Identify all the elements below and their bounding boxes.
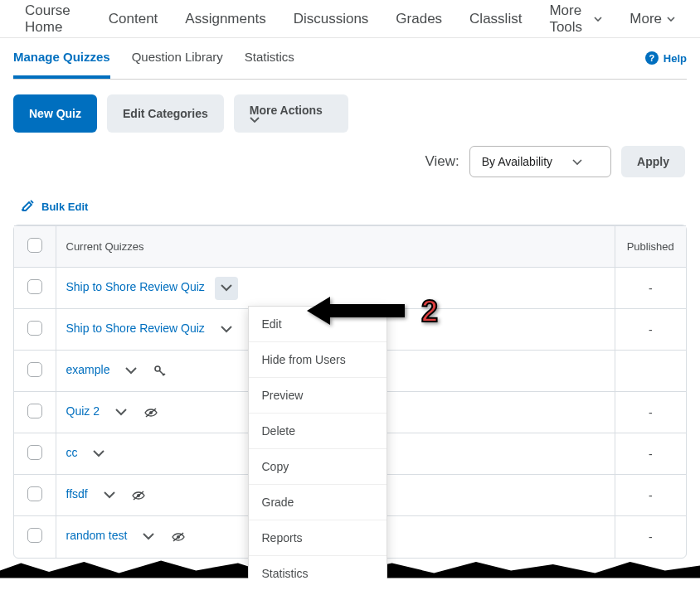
- apply-button[interactable]: Apply: [621, 146, 685, 177]
- row-checkbox[interactable]: [27, 528, 42, 543]
- tab-question-library[interactable]: Question Library: [132, 50, 223, 79]
- bulk-edit-link[interactable]: Bulk Edit: [0, 191, 109, 225]
- row-actions-toggle[interactable]: [87, 443, 110, 466]
- table-row: Ship to Shore Review Quiz Edit Hide from…: [14, 268, 686, 309]
- quiz-table: Current Quizzes Published Ship to Shore …: [13, 225, 687, 559]
- eye-slash-icon: [132, 491, 145, 501]
- action-row: New Quiz Edit Categories More Actions: [0, 80, 700, 141]
- nav-more-tools[interactable]: More Tools: [537, 0, 614, 37]
- menu-delete[interactable]: Delete: [249, 414, 386, 449]
- new-quiz-button[interactable]: New Quiz: [13, 94, 97, 133]
- row-checkbox[interactable]: [27, 404, 42, 418]
- chevron-down-icon: [572, 155, 582, 168]
- help-link[interactable]: ? Help: [645, 50, 687, 65]
- nav-course-home[interactable]: Course Home: [13, 0, 93, 37]
- quiz-link[interactable]: Quiz 2: [66, 404, 100, 418]
- row-actions-toggle[interactable]: [109, 401, 133, 424]
- nav-grades[interactable]: Grades: [384, 0, 454, 37]
- column-header-published: Published: [615, 226, 686, 268]
- quiz-link[interactable]: random test: [66, 529, 128, 542]
- chevron-down-icon: [667, 17, 675, 22]
- nav-discussions[interactable]: Discussions: [282, 0, 381, 37]
- row-actions-toggle[interactable]: [98, 484, 121, 507]
- help-icon: ?: [645, 51, 659, 65]
- menu-hide-from-users[interactable]: Hide from Users: [249, 342, 386, 378]
- view-select[interactable]: By Availability: [469, 146, 611, 177]
- view-label: View:: [425, 153, 459, 170]
- edit-categories-button[interactable]: Edit Categories: [107, 94, 224, 133]
- tab-manage-quizzes[interactable]: Manage Quizzes: [13, 50, 110, 79]
- published-cell: -: [615, 268, 686, 309]
- column-header-name: Current Quizzes: [56, 226, 615, 268]
- menu-reports[interactable]: Reports: [249, 520, 386, 556]
- quiz-link[interactable]: Ship to Shore Review Quiz: [66, 322, 205, 335]
- tab-statistics[interactable]: Statistics: [245, 50, 294, 79]
- row-actions-toggle[interactable]: [215, 277, 238, 300]
- chevron-down-icon: [594, 17, 602, 22]
- view-row: View: By Availability Apply: [0, 141, 700, 191]
- row-actions-toggle[interactable]: [119, 360, 143, 383]
- published-cell: -: [615, 433, 686, 475]
- published-cell: -: [615, 516, 686, 558]
- select-all-checkbox[interactable]: [27, 238, 42, 253]
- published-cell: -: [615, 309, 686, 351]
- published-cell: [615, 351, 686, 392]
- sub-nav: Manage Quizzes Question Library Statisti…: [13, 50, 294, 79]
- nav-assignments[interactable]: Assignments: [173, 0, 277, 37]
- published-cell: -: [615, 392, 686, 433]
- row-checkbox[interactable]: [27, 362, 42, 377]
- more-actions-button[interactable]: More Actions: [234, 94, 348, 133]
- menu-statistics[interactable]: Statistics: [249, 556, 386, 578]
- nav-more[interactable]: More: [618, 0, 687, 37]
- pencil-icon: [22, 199, 35, 215]
- eye-slash-icon: [172, 532, 185, 542]
- menu-edit[interactable]: Edit: [249, 307, 386, 342]
- row-actions-menu: Edit Hide from Users Preview Delete Copy…: [248, 306, 387, 578]
- nav-classlist[interactable]: Classlist: [458, 0, 533, 37]
- chevron-down-icon: [250, 117, 333, 123]
- quiz-link[interactable]: Ship to Shore Review Quiz: [66, 280, 205, 293]
- key-icon: [154, 365, 166, 377]
- row-actions-toggle[interactable]: [215, 318, 238, 341]
- nav-content[interactable]: Content: [97, 0, 170, 37]
- row-checkbox[interactable]: [27, 321, 42, 336]
- row-checkbox[interactable]: [27, 486, 42, 501]
- row-checkbox[interactable]: [27, 279, 42, 294]
- quiz-link[interactable]: ffsdf: [66, 487, 88, 501]
- quiz-link[interactable]: example: [66, 363, 110, 376]
- menu-copy[interactable]: Copy: [249, 449, 386, 485]
- row-actions-toggle[interactable]: [137, 525, 160, 549]
- quiz-link[interactable]: cc: [66, 446, 78, 459]
- menu-preview[interactable]: Preview: [249, 378, 386, 414]
- top-nav: Course Home Content Assignments Discussi…: [0, 0, 700, 38]
- row-checkbox[interactable]: [27, 445, 42, 460]
- published-cell: -: [615, 475, 686, 516]
- menu-grade[interactable]: Grade: [249, 485, 386, 520]
- eye-slash-icon: [144, 408, 158, 418]
